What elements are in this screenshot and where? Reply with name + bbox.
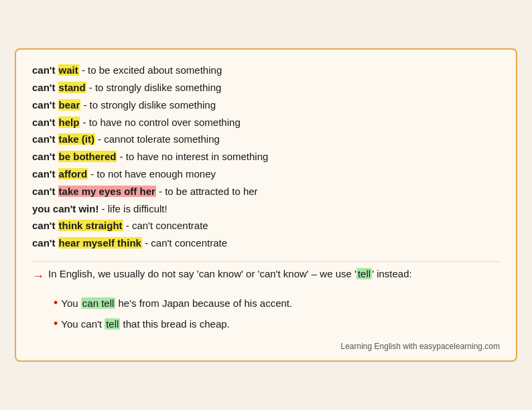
footer: Learning English with easypacelearning.c… — [32, 342, 500, 351]
phrase-definition: - can't concentrate — [142, 237, 227, 249]
note-section: → In English, we usually do not say 'can… — [32, 261, 500, 335]
phrase-item: can't be bothered - to have no interest … — [32, 148, 500, 165]
phrase-item: you can't win! - life is difficult! — [32, 200, 500, 218]
footer-text: Learning English with easypacelearning.c… — [341, 342, 500, 351]
arrow-icon: → — [32, 267, 44, 286]
phrase-highlight: think straight — [58, 220, 123, 231]
tell-highlight: tell — [356, 268, 372, 279]
phrase-highlight: take (it) — [58, 133, 95, 145]
phrase-highlight-pink: take my eyes off her — [58, 186, 156, 197]
phrase-highlight: stand — [58, 82, 86, 93]
phrase-bold: can't stand — [32, 82, 86, 93]
phrase-definition: - to be excited about something — [79, 64, 222, 76]
phrase-definition: - to not have enough money — [88, 168, 216, 180]
phrase-bold: can't think straight — [32, 220, 123, 231]
can-tell-highlight: can tell — [81, 297, 116, 309]
tell-highlight2: tell — [105, 318, 120, 330]
phrase-highlight: bear — [58, 99, 81, 111]
bullet-item: • You can tell he's from Japan because o… — [54, 293, 500, 314]
phrase-highlight: help — [58, 117, 80, 128]
phrase-highlight: wait — [58, 64, 79, 76]
phrase-highlight: be bothered — [58, 151, 117, 162]
phrase-item: can't hear myself think - can't concentr… — [32, 234, 500, 252]
phrase-bold: can't take my eyes off her — [32, 186, 156, 197]
bullet-item: • You can't tell that this bread is chea… — [54, 314, 500, 335]
note-text: In English, we usually do not say 'can k… — [48, 266, 412, 282]
phrase-item: can't think straight - can't concentrate — [32, 217, 500, 234]
phrase-highlight: afford — [58, 168, 88, 180]
phrase-bold: can't bear — [32, 99, 80, 111]
bullet-dot: • — [54, 293, 58, 314]
phrase-definition: - to be attracted to her — [156, 186, 258, 197]
phrase-definition: - life is difficult! — [98, 203, 167, 214]
phrase-bold: can't help — [32, 117, 80, 128]
main-card: can't wait - to be excited about somethi… — [15, 48, 517, 362]
phrase-bold: can't take (it) — [32, 133, 95, 145]
phrase-item: can't afford - to not have enough money — [32, 165, 500, 183]
phrase-list: can't wait - to be excited about somethi… — [32, 62, 500, 252]
phrase-bold: can't hear myself think — [32, 237, 142, 249]
phrase-definition: - to strongly dislike something — [86, 82, 222, 93]
phrase-definition: - can't concentrate — [123, 220, 208, 231]
arrow-note: → In English, we usually do not say 'can… — [32, 266, 500, 286]
phrase-item: can't take my eyes off her - to be attra… — [32, 183, 500, 200]
phrase-item: can't bear - to strongly dislike somethi… — [32, 96, 500, 114]
phrase-definition: - to strongly dislike something — [80, 99, 216, 111]
phrase-item: can't wait - to be excited about somethi… — [32, 62, 500, 79]
phrase-definition: - to have no interest in something — [117, 151, 268, 162]
phrase-definition: - cannot tolerate something — [95, 133, 220, 145]
phrase-bold: you can't win! — [32, 203, 98, 214]
bullet-dot: • — [54, 314, 58, 335]
phrase-bold: can't wait — [32, 64, 79, 76]
bullet-text: You can't tell that this bread is cheap. — [61, 316, 230, 333]
bullet-list: • You can tell he's from Japan because o… — [54, 293, 500, 335]
phrase-definition: - to have no control over something — [80, 117, 240, 128]
bullet-text: You can tell he's from Japan because of … — [61, 295, 292, 312]
phrase-item: can't help - to have no control over som… — [32, 114, 500, 131]
phrase-item: can't take (it) - cannot tolerate someth… — [32, 131, 500, 148]
phrase-highlight: hear myself think — [58, 237, 142, 249]
phrase-item: can't stand - to strongly dislike someth… — [32, 79, 500, 96]
phrase-bold: can't afford — [32, 168, 88, 180]
phrase-bold: can't be bothered — [32, 151, 117, 162]
